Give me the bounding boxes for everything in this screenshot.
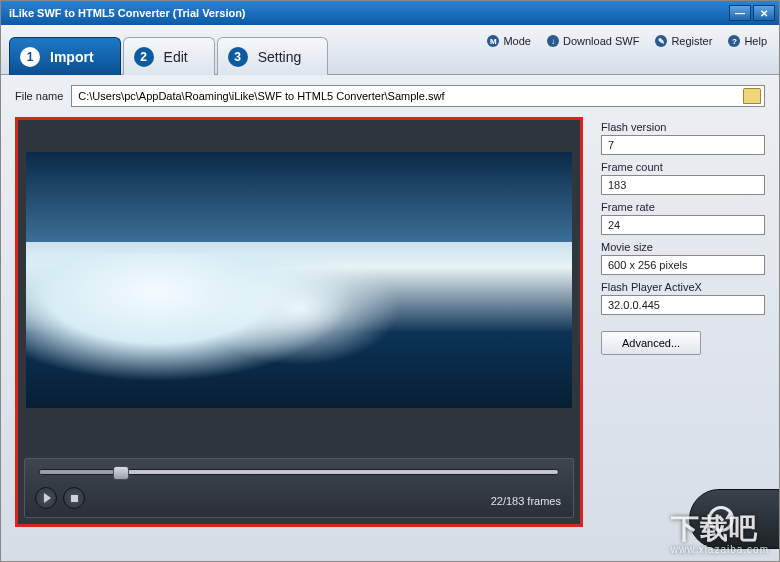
seek-slider[interactable] [39, 469, 559, 475]
tab-edit[interactable]: 2 Edit [123, 37, 215, 75]
frame-rate-value[interactable] [601, 215, 765, 235]
info-panel: Flash version Frame count Frame rate Mov… [601, 117, 765, 527]
movie-size-value[interactable] [601, 255, 765, 275]
toolbar: 1 Import 2 Edit 3 Setting MMode ↓Downloa… [1, 25, 779, 75]
activex-label: Flash Player ActiveX [601, 281, 765, 293]
cloud-graphic [190, 267, 408, 369]
titlebar: iLike SWF to HTML5 Converter (Trial Vers… [1, 1, 779, 25]
seek-thumb[interactable] [113, 466, 129, 480]
window-title: iLike SWF to HTML5 Converter (Trial Vers… [9, 7, 727, 19]
field-activex: Flash Player ActiveX [601, 281, 765, 315]
mode-link[interactable]: MMode [487, 35, 531, 47]
tab-label: Import [50, 49, 94, 65]
top-links: MMode ↓Download SWF ✎Register ?Help [487, 35, 767, 47]
playback-controls: 22/183 frames [24, 458, 574, 518]
seek-fill [40, 470, 113, 474]
register-icon: ✎ [655, 35, 667, 47]
help-link[interactable]: ?Help [728, 35, 767, 47]
field-frame-count: Frame count [601, 161, 765, 195]
minimize-button[interactable] [729, 5, 751, 21]
stop-button[interactable] [63, 487, 85, 509]
field-frame-rate: Frame rate [601, 201, 765, 235]
tab-strip: 1 Import 2 Edit 3 Setting [9, 37, 328, 75]
frame-position-label: 22/183 frames [491, 495, 561, 507]
video-canvas [26, 152, 572, 408]
file-name-label: File name [15, 90, 63, 102]
preview-panel: 22/183 frames [15, 117, 583, 527]
tab-number-icon: 1 [20, 47, 40, 67]
tab-label: Setting [258, 49, 302, 65]
tab-number-icon: 2 [134, 47, 154, 67]
field-flash-version: Flash version [601, 121, 765, 155]
close-button[interactable] [753, 5, 775, 21]
browse-button[interactable] [743, 88, 761, 104]
tab-number-icon: 3 [228, 47, 248, 67]
download-swf-link[interactable]: ↓Download SWF [547, 35, 639, 47]
content-area: File name [1, 75, 779, 561]
preview-inner: 22/183 frames [18, 120, 580, 524]
tab-label: Edit [164, 49, 188, 65]
main-area: 22/183 frames Flash version Frame count … [15, 117, 765, 527]
play-button[interactable] [35, 487, 57, 509]
flash-version-label: Flash version [601, 121, 765, 133]
field-movie-size: Movie size [601, 241, 765, 275]
register-link[interactable]: ✎Register [655, 35, 712, 47]
help-label: Help [744, 35, 767, 47]
movie-size-label: Movie size [601, 241, 765, 253]
download-label: Download SWF [563, 35, 639, 47]
tab-import[interactable]: 1 Import [9, 37, 121, 75]
mode-icon: M [487, 35, 499, 47]
frame-count-value[interactable] [601, 175, 765, 195]
file-row: File name [15, 85, 765, 107]
file-path-input[interactable] [71, 85, 765, 107]
frame-count-label: Frame count [601, 161, 765, 173]
advanced-button[interactable]: Advanced... [601, 331, 701, 355]
flash-version-value[interactable] [601, 135, 765, 155]
mode-label: Mode [503, 35, 531, 47]
download-icon: ↓ [547, 35, 559, 47]
help-icon: ? [728, 35, 740, 47]
convert-button[interactable] [689, 489, 780, 549]
activex-value[interactable] [601, 295, 765, 315]
convert-arrow-icon [708, 506, 734, 532]
file-input-wrap [71, 85, 765, 107]
sky-graphic [26, 152, 572, 242]
tab-setting[interactable]: 3 Setting [217, 37, 329, 75]
register-label: Register [671, 35, 712, 47]
frame-rate-label: Frame rate [601, 201, 765, 213]
play-buttons [35, 487, 85, 509]
